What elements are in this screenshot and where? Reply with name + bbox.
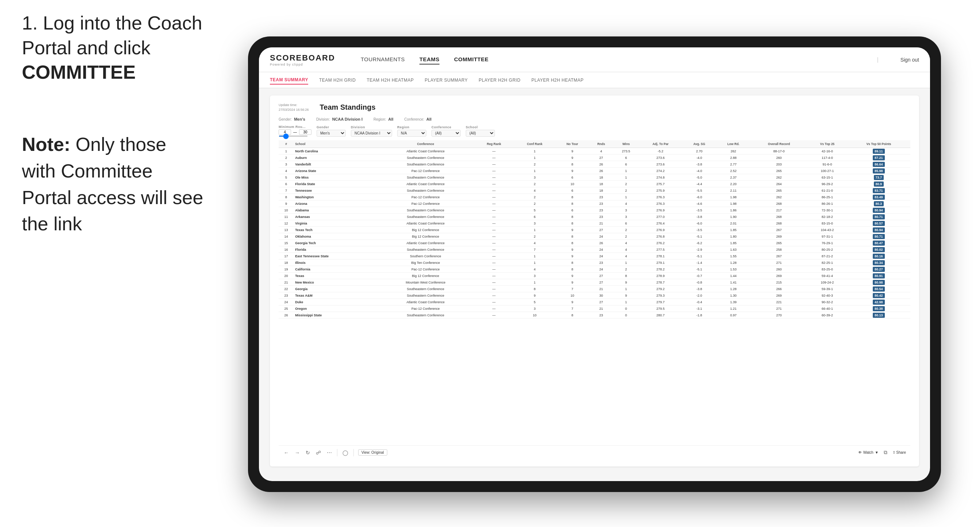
- standings-table: # School Conference Reg Rank Conf Rank N…: [278, 140, 910, 319]
- main-content: Update time: 27/03/2024 16:56:26 Team St…: [259, 88, 930, 481]
- table-row: 3VanderbiltSoutheastern Conference—28266…: [278, 161, 910, 168]
- col-avg-sg: Avg. SG: [682, 140, 716, 148]
- division-select[interactable]: NCAA Division I: [351, 130, 392, 137]
- table-row: 23Texas A&MSoutheastern Conference—91030…: [278, 292, 910, 299]
- col-wins: Wins: [614, 140, 639, 148]
- share-btn[interactable]: ⇧ Share: [892, 451, 906, 454]
- conference-select[interactable]: (All): [431, 130, 461, 137]
- table-row: 8WashingtonPac-12 Conference—28231276.3-…: [278, 194, 910, 200]
- sign-out-link[interactable]: Sign out: [900, 57, 919, 63]
- tablet-frame: SCOREBOARD Powered by clippd TOURNAMENTS…: [248, 37, 941, 492]
- table-row: 26Mississippi StateSoutheastern Conferen…: [278, 312, 910, 319]
- filter-gender: Gender: Men's: [278, 117, 305, 121]
- sub-nav-player-summary[interactable]: PLAYER SUMMARY: [425, 76, 468, 84]
- nav-links: TOURNAMENTS TEAMS COMMITTEE: [361, 55, 859, 65]
- table-row: 11ArkansasSoutheastern Conference—682332…: [278, 214, 910, 220]
- toolbar-back[interactable]: ←: [283, 449, 290, 456]
- toolbar-clock[interactable]: ◯: [342, 449, 349, 456]
- data-table-wrapper: # School Conference Reg Rank Conf Rank N…: [278, 140, 910, 445]
- col-vs-top50: Vs Top 50 Points: [847, 140, 910, 148]
- sub-nav-player-h2h-heatmap[interactable]: PLAYER H2H HEATMAP: [531, 76, 584, 84]
- col-low-rd: Low Rd.: [716, 140, 751, 148]
- sub-nav-player-h2h-grid[interactable]: PLAYER H2H GRID: [479, 76, 520, 84]
- sub-nav-team-h2h-grid[interactable]: TEAM H2H GRID: [319, 76, 356, 84]
- table-row: 14OklahomaBig 12 Conference—28242276.8-5…: [278, 233, 910, 240]
- note-text: Note: Only those with Committee Portal a…: [22, 131, 204, 237]
- step-text: 1. Log into the Coach Portal and click C…: [22, 11, 226, 85]
- sub-nav-team-summary[interactable]: TEAM SUMMARY: [270, 76, 308, 84]
- toolbar-share-icon[interactable]: ☍: [315, 449, 322, 456]
- col-conference: Conference: [377, 140, 474, 148]
- table-row: 12VirginiaAtlantic Coast Conference—3821…: [278, 220, 910, 227]
- nav-teams[interactable]: TEAMS: [419, 55, 439, 65]
- table-row: 10AlabamaSoutheastern Conference—5623327…: [278, 207, 910, 214]
- tablet-screen: SCOREBOARD Powered by clippd TOURNAMENTS…: [259, 48, 930, 481]
- sub-nav-team-h2h-heatmap[interactable]: TEAM H2H HEATMAP: [366, 76, 414, 84]
- filter-conference: Conference: All: [404, 117, 432, 121]
- toolbar-forward[interactable]: →: [294, 449, 301, 456]
- rounds-slider[interactable]: [278, 136, 308, 137]
- table-row: 25OregonPac-12 Conference—37210279.5-3.1…: [278, 305, 910, 312]
- filters-row: Gender: Men's Division: NCAA Division I …: [278, 117, 910, 121]
- table-row: 5Ole MissSoutheastern Conference—3618127…: [278, 174, 910, 181]
- app-container: SCOREBOARD Powered by clippd TOURNAMENTS…: [259, 48, 930, 481]
- control-division: Division NCAA Division I: [351, 125, 392, 137]
- col-adj-par: Adj. To Par: [639, 140, 682, 148]
- filter-region: Region: All: [374, 117, 393, 121]
- nav-committee[interactable]: COMMITTEE: [454, 55, 489, 65]
- table-row: 9ArizonaPac-12 Conference—28234276.3-4.6…: [278, 200, 910, 207]
- chevron-down-icon: ▼: [875, 451, 878, 454]
- table-row: 22GeorgiaSoutheastern Conference—8721127…: [278, 286, 910, 292]
- col-rnds: Rnds: [589, 140, 614, 148]
- top-nav: SCOREBOARD Powered by clippd TOURNAMENTS…: [259, 48, 930, 72]
- controls-row: Minimum Rou... — Gender Men's: [278, 125, 910, 137]
- table-row: 2AuburnSoutheastern Conference—19276273.…: [278, 154, 910, 161]
- table-row: 18IllinoisBig Ten Conference—18231279.1-…: [278, 259, 910, 266]
- logo-text: SCOREBOARD: [270, 53, 335, 63]
- toolbar-refresh[interactable]: ↻: [305, 449, 311, 456]
- gender-select[interactable]: Men's: [317, 130, 346, 137]
- col-rank: #: [278, 140, 294, 148]
- col-no-tour: No Tour: [556, 140, 589, 148]
- table-row: 6Florida StateAtlantic Coast Conference—…: [278, 181, 910, 187]
- control-school: School (All): [466, 125, 495, 137]
- control-min-rounds: Minimum Rou... —: [278, 125, 312, 137]
- school-select[interactable]: (All): [466, 130, 495, 137]
- toolbar-divider2: [353, 449, 354, 456]
- table-row: 19CaliforniaPac-12 Conference—48242278.2…: [278, 266, 910, 273]
- logo-sub: Powered by clippd: [270, 63, 335, 66]
- table-row: 7TennesseeSoutheastern Conference—461822…: [278, 187, 910, 194]
- col-school: School: [294, 140, 377, 148]
- table-row: 15Georgia TechAtlantic Coast Conference—…: [278, 240, 910, 246]
- col-reg-rank: Reg Rank: [474, 140, 514, 148]
- logo-area: SCOREBOARD Powered by clippd: [270, 53, 335, 66]
- toolbar-expand[interactable]: ⧉: [883, 449, 888, 456]
- eye-icon: 👁: [858, 451, 862, 454]
- watch-btn[interactable]: 👁 Watch ▼: [858, 451, 878, 454]
- table-row: 17East Tennessee StateSouthern Conferenc…: [278, 253, 910, 259]
- control-gender: Gender Men's: [317, 125, 346, 137]
- control-region: Region N/A: [397, 125, 426, 137]
- view-original-btn[interactable]: View: Original: [358, 449, 387, 456]
- nav-tournaments[interactable]: TOURNAMENTS: [361, 55, 405, 65]
- control-conference: Conference (All): [431, 125, 461, 137]
- table-row: 20TexasBig 12 Conference—39278278.9-0.71…: [278, 273, 910, 279]
- table-row: 16FloridaSoutheastern Conference—7924427…: [278, 246, 910, 253]
- table-header-area: Update time: 27/03/2024 16:56:26 Team St…: [278, 103, 910, 112]
- bottom-toolbar: ← → ↻ ☍ ⋯ ◯ View: Original 👁 Watch: [278, 445, 910, 459]
- region-select[interactable]: N/A: [397, 130, 426, 137]
- update-time: Update time: 27/03/2024 16:56:26: [278, 103, 309, 112]
- share-icon: ⇧: [892, 451, 896, 454]
- toolbar-divider: [337, 449, 337, 456]
- toolbar-more[interactable]: ⋯: [326, 449, 332, 456]
- table-row: 21New MexicoMountain West Conference—192…: [278, 279, 910, 286]
- col-conf-rank: Conf Rank: [514, 140, 555, 148]
- table-row: 13Texas TechBig 12 Conference—19272276.9…: [278, 227, 910, 233]
- table-container: Update time: 27/03/2024 16:56:26 Team St…: [270, 95, 919, 467]
- standings-title: Team Standings: [320, 103, 375, 111]
- instruction-area: 1. Log into the Coach Portal and click C…: [22, 11, 226, 85]
- table-row: 1North CarolinaAtlantic Coast Conference…: [278, 148, 910, 154]
- filter-division: Division: NCAA Division I: [316, 117, 363, 121]
- sub-nav: TEAM SUMMARY TEAM H2H GRID TEAM H2H HEAT…: [259, 72, 930, 88]
- table-row: 24DukeAtlantic Coast Conference—59271279…: [278, 299, 910, 305]
